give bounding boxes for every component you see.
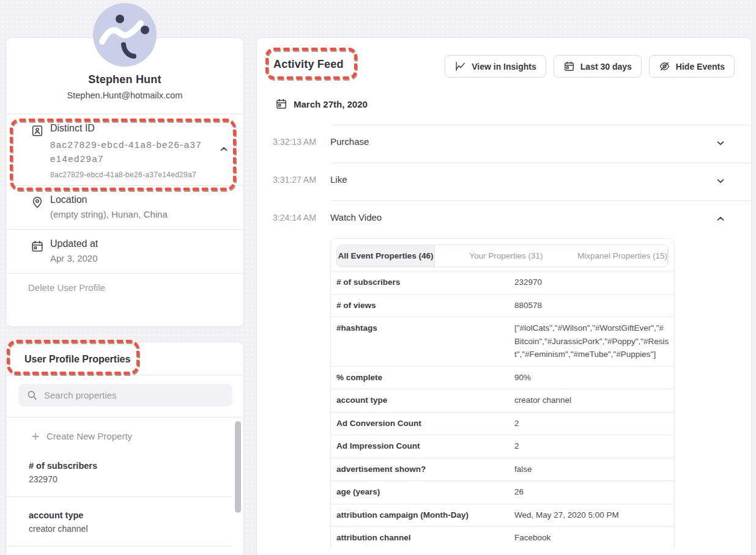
property-items: # of subscribers 232970 account type cre…	[6, 447, 243, 546]
table-row: # of subscribers 232970	[331, 271, 674, 294]
event-property-value: 2	[514, 417, 669, 430]
table-row: #hashtags ["#lolCats","#Wilson","#WorstG…	[331, 317, 674, 366]
user-profile-properties-card: User Profile Properties Create New P	[6, 342, 243, 555]
search-icon	[26, 389, 38, 401]
chevron-down-icon[interactable]	[715, 138, 726, 149]
event-property-name: # of views	[336, 300, 514, 312]
list-item[interactable]: account type creator channel	[6, 496, 232, 546]
delete-user-profile-button[interactable]: Delete User Profile	[6, 274, 243, 304]
avatar	[93, 3, 157, 67]
event-property-name: % complete	[336, 372, 514, 384]
plus-icon	[31, 432, 40, 441]
event-property-value: 232970	[514, 276, 669, 289]
event-property-value: ["#lolCats","#Wilson","#WorstGiftEver","…	[514, 322, 669, 361]
contact-badge-icon	[31, 124, 44, 138]
event-name: Watch Video	[330, 212, 382, 222]
table-row: % complete 90%	[331, 366, 674, 389]
divider	[6, 375, 243, 375]
tab-event-properties[interactable]: Your Properties (31)	[435, 245, 577, 266]
tab-event-properties[interactable]: Mixpanel Properties (15)	[577, 245, 668, 266]
collapse-distinct-id-button[interactable]	[217, 142, 231, 157]
property-name: # of subscribers	[29, 461, 225, 471]
hide-events-button[interactable]: Hide Events	[649, 55, 735, 78]
event-time: 3:31:27 AM	[273, 175, 316, 185]
location-label: Location	[50, 194, 231, 205]
table-row: age (years) 26	[331, 480, 674, 504]
location-value: (empty string), Hunan, China	[50, 209, 231, 219]
property-name: account type	[29, 510, 214, 520]
event-property-name: Ad Impression Count	[336, 441, 514, 453]
avatar-face-icon	[93, 3, 157, 67]
event-name: Purchase	[330, 136, 369, 147]
view-in-insights-button[interactable]: View in Insights	[445, 55, 546, 78]
distinct-id-section: Distinct ID 8ac27829-ebcd-41a8-be26-a37e…	[6, 114, 243, 185]
search-properties-input[interactable]	[18, 384, 232, 406]
user-name: Stephen Hunt	[6, 73, 243, 86]
table-row: Ad Conversion Count 2	[331, 412, 674, 435]
activity-feed-title: Activity Feed	[273, 58, 344, 71]
event-property-value: 26	[514, 485, 669, 499]
create-new-property-label: Create New Property	[46, 431, 132, 441]
view-in-insights-label: View in Insights	[472, 62, 536, 72]
event-property-name: #hashtags	[336, 323, 514, 361]
line-chart-icon	[454, 61, 466, 72]
event-property-name: attribution campaign (Month-Day)	[336, 510, 514, 522]
chevron-up-icon	[218, 147, 229, 156]
divider	[6, 546, 232, 546]
event-property-name: attribution channel	[336, 532, 514, 545]
property-value: 232970	[29, 474, 225, 484]
chevron-down-icon[interactable]	[715, 175, 726, 186]
event-property-name: # of subscribers	[336, 277, 514, 289]
tab-event-properties[interactable]: All Event Properties (46)	[337, 245, 435, 266]
updated-at-label: Updated at	[50, 238, 231, 249]
location-section: Location (empty string), Hunan, China	[6, 186, 243, 229]
event-property-value: 90%	[514, 371, 669, 384]
hide-events-label: Hide Events	[676, 62, 725, 72]
event-property-value: false	[514, 463, 669, 476]
distinct-id-value: 8ac27829-ebcd-41a8-be26-a37e14ed29a7	[50, 138, 203, 166]
user-profile-properties-title: User Profile Properties	[6, 342, 243, 375]
user-email: Stephen.Hunt@hotmailx.com	[6, 90, 243, 100]
event-property-name: advertisement shown?	[336, 464, 514, 476]
table-row: # of views 880578	[331, 294, 674, 317]
event-name: Like	[330, 174, 347, 185]
table-row: advertisement shown? false	[331, 458, 674, 481]
event-detail-panel: All Event Properties (46) Your Propertie…	[330, 238, 675, 549]
list-item[interactable]: # of subscribers 232970	[6, 447, 243, 496]
last-30-days-label: Last 30 days	[580, 62, 632, 72]
event-property-value: 880578	[514, 299, 669, 312]
table-row: Ad Impression Count 2	[331, 435, 674, 458]
scrollbar-thumb[interactable]	[235, 421, 241, 513]
updated-at-value: Apr 3, 2020	[50, 253, 231, 263]
last-30-days-button[interactable]: Last 30 days	[554, 55, 642, 78]
map-pin-icon	[31, 196, 44, 209]
activity-feed-card: Activity Feed View in Insights	[257, 38, 751, 555]
user-profile-card: Stephen Hunt Stephen.Hunt@hotmailx.com D…	[6, 38, 243, 326]
event-property-value: Facebook	[514, 531, 669, 545]
calendar-icon	[275, 98, 287, 110]
event-time: 3:32:13 AM	[273, 137, 316, 147]
event-property-value: creator channel	[514, 394, 669, 407]
event-time: 3:24:14 AM	[273, 213, 316, 222]
page-background: Stephen Hunt Stephen.Hunt@hotmailx.com D…	[0, 0, 756, 555]
updated-at-section: Updated at Apr 3, 2020	[6, 230, 243, 273]
chevron-down-icon[interactable]	[715, 213, 726, 224]
event-row[interactable]: 3:32:13 AM Purchase	[257, 125, 751, 163]
property-value: creator channel	[29, 524, 214, 534]
event-property-name: Ad Conversion Count	[336, 418, 514, 430]
table-row: attribution campaign (Month-Day) Wed, Ma…	[331, 504, 674, 527]
event-row[interactable]: 3:24:14 AM Watch Video	[257, 200, 751, 238]
event-list: 3:32:13 AM Purchase 3:31:27 AM Like	[257, 125, 751, 238]
event-property-name: age (years)	[336, 487, 514, 499]
event-row[interactable]: 3:31:27 AM Like	[257, 163, 751, 200]
event-properties-tabs: All Event Properties (46) Your Propertie…	[336, 244, 669, 267]
table-row: account type creator channel	[331, 389, 674, 412]
date-header-label: March 27th, 2020	[294, 99, 368, 109]
property-list: Create New Property # of subscribers 232…	[6, 417, 243, 553]
calendar-icon	[31, 240, 44, 253]
event-properties-table: # of subscribers 232970 # of views 88057…	[331, 271, 674, 549]
create-new-property-button[interactable]: Create New Property	[6, 417, 243, 447]
event-property-value: Wed, May 27, 2020 5:00 PM	[514, 509, 669, 522]
eye-off-icon	[659, 61, 670, 72]
calendar-icon	[563, 61, 575, 72]
